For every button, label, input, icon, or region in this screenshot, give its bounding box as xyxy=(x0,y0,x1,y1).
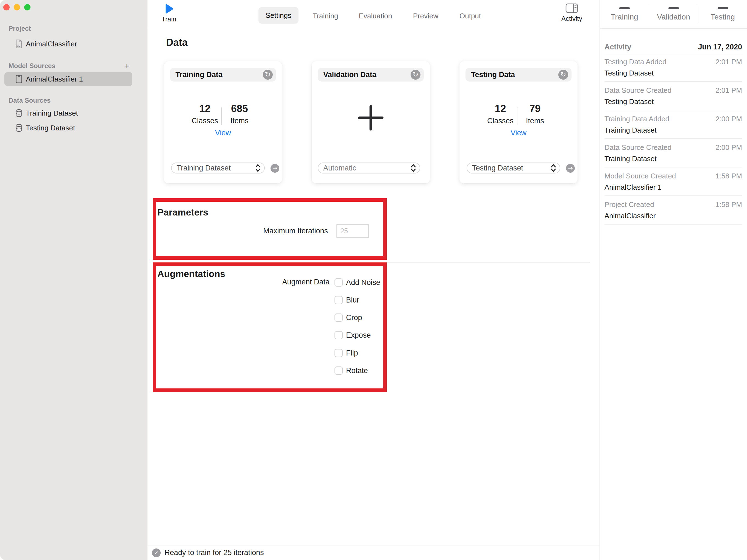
tab-training[interactable]: Training xyxy=(306,8,345,24)
activity-event: Training Data Added xyxy=(604,115,669,123)
main-area: Train Settings Training Evaluation Previ… xyxy=(148,0,599,560)
activity-entry: Testing Data Added 2:01 PM Testing Datas… xyxy=(604,53,742,82)
checkbox-label: Expose xyxy=(346,331,371,340)
validation-data-dropdown[interactable]: Automatic xyxy=(318,162,420,174)
stat-divider xyxy=(517,107,517,125)
activity-subject: AnimalClassifier 1 xyxy=(604,183,742,192)
view-training-data-link[interactable]: View xyxy=(164,129,282,137)
activity-event: Model Source Created xyxy=(604,172,676,180)
database-icon xyxy=(16,109,23,117)
stat-divider xyxy=(221,107,222,125)
view-testing-data-link[interactable]: View xyxy=(460,129,577,137)
sidebar-section-project: Project xyxy=(8,25,31,32)
activity-subject: Testing Dataset xyxy=(604,98,742,106)
checkmark-icon: ✓ xyxy=(152,549,161,557)
tab-output[interactable]: Output xyxy=(452,8,488,24)
metric-training[interactable]: Training xyxy=(600,0,649,28)
augment-data-label: Augment Data xyxy=(257,278,330,286)
max-iterations-input[interactable] xyxy=(336,224,369,238)
metric-testing[interactable]: Testing xyxy=(698,0,747,28)
activity-header: Activity Jun 17, 2020 xyxy=(604,41,742,53)
svg-text:ML: ML xyxy=(17,45,20,47)
activity-time: 2:00 PM xyxy=(715,143,742,152)
status-message: Ready to train for 25 iterations xyxy=(164,549,264,557)
ml-document-icon: ML xyxy=(16,40,23,48)
sidebar-section-model-sources: Model Sources xyxy=(8,62,55,70)
items-count: 685 xyxy=(217,103,261,114)
validation-data-card-header: Validation Data ↻ xyxy=(318,68,424,82)
metric-validation[interactable]: Validation xyxy=(649,0,698,28)
checkbox-label: Flip xyxy=(346,349,358,357)
activity-event: Project Created xyxy=(604,201,654,209)
activity-event: Data Source Created xyxy=(604,86,671,95)
training-dataset-dropdown[interactable]: Training Dataset xyxy=(171,162,265,174)
refresh-icon[interactable]: ↻ xyxy=(558,70,568,80)
activity-subject: Training Dataset xyxy=(604,155,742,163)
stepper-chevrons-icon xyxy=(255,164,261,172)
dropdown-value: Training Dataset xyxy=(177,164,255,172)
add-validation-data-plus-icon[interactable] xyxy=(358,105,384,131)
sidebar-item-animalclassifier-1[interactable]: AnimalClassifier 1 xyxy=(4,72,132,86)
database-icon xyxy=(16,124,23,132)
augmentation-option-add-noise: Add Noise xyxy=(335,278,380,287)
activity-entry: Model Source Created 1:58 PM AnimalClass… xyxy=(604,167,742,196)
sidebar-item-label: Training Dataset xyxy=(26,109,78,117)
activity-event: Testing Data Added xyxy=(604,58,667,66)
card-title: Validation Data xyxy=(323,71,377,79)
activity-list: Testing Data Added 2:01 PM Testing Datas… xyxy=(604,53,742,224)
flip-checkbox[interactable] xyxy=(335,349,343,357)
activity-time: 2:00 PM xyxy=(715,115,742,123)
testing-dataset-dropdown[interactable]: Testing Dataset xyxy=(467,162,560,174)
sidebar-item-testing-dataset[interactable]: Testing Dataset xyxy=(4,121,132,135)
tab-evaluation[interactable]: Evaluation xyxy=(352,8,399,24)
zoom-window-button[interactable] xyxy=(24,4,30,10)
empty-value-dash xyxy=(668,7,679,9)
refresh-icon[interactable]: ↻ xyxy=(263,70,273,80)
crop-checkbox[interactable] xyxy=(335,314,343,322)
train-button-label: Train xyxy=(161,16,176,23)
activity-entry: Data Source Created 2:00 PM Training Dat… xyxy=(604,139,742,167)
tab-preview[interactable]: Preview xyxy=(406,8,445,24)
train-button[interactable]: Train xyxy=(156,4,182,27)
tab-settings[interactable]: Settings xyxy=(258,7,299,24)
augmentation-option-blur: Blur xyxy=(335,295,359,305)
close-window-button[interactable] xyxy=(3,4,9,10)
activity-toggle-button[interactable]: Activity xyxy=(557,3,587,27)
refresh-icon[interactable]: ↻ xyxy=(411,70,420,80)
dropdown-value: Automatic xyxy=(323,164,410,172)
testing-data-card-header: Testing Data ↻ xyxy=(465,68,571,82)
add-noise-checkbox[interactable] xyxy=(335,278,343,287)
augmentation-option-rotate: Rotate xyxy=(335,366,368,375)
activity-time: 1:58 PM xyxy=(715,172,742,180)
activity-time: 2:01 PM xyxy=(715,58,742,66)
activity-entry: Project Created 1:58 PM AnimalClassifier xyxy=(604,196,742,224)
activity-time: 1:58 PM xyxy=(715,201,742,209)
metrics-summary: Training Validation Testing xyxy=(600,0,747,29)
metric-label: Testing xyxy=(711,12,735,21)
minimize-window-button[interactable] xyxy=(14,4,20,10)
toolbar: Train Settings Training Evaluation Previ… xyxy=(148,0,599,28)
activity-event: Data Source Created xyxy=(604,143,671,152)
activity-date: Jun 17, 2020 xyxy=(698,43,742,51)
activity-time: 2:01 PM xyxy=(715,86,742,95)
rotate-checkbox[interactable] xyxy=(335,367,343,375)
checkbox-label: Rotate xyxy=(346,367,368,375)
open-testing-data-arrow-button[interactable]: → xyxy=(566,164,575,173)
sidebar-item-animalclassifier-project[interactable]: ML AnimalClassifier xyxy=(4,37,132,51)
testing-data-card: Testing Data ↻ 12 79 Classes Items View … xyxy=(460,61,577,183)
blur-checkbox[interactable] xyxy=(335,296,343,304)
dropdown-value: Testing Dataset xyxy=(472,164,550,172)
checkbox-label: Blur xyxy=(346,296,359,304)
card-title: Testing Data xyxy=(471,71,515,79)
expose-checkbox[interactable] xyxy=(335,331,343,339)
section-divider xyxy=(153,262,590,263)
activity-subject: AnimalClassifier xyxy=(604,212,742,220)
stepper-chevrons-icon xyxy=(550,164,557,172)
max-iterations-label: Maximum Iterations xyxy=(230,227,328,235)
sidebar-item-training-dataset[interactable]: Training Dataset xyxy=(4,106,132,120)
empty-value-dash xyxy=(619,7,630,9)
parameters-heading: Parameters xyxy=(157,207,208,218)
add-model-source-button[interactable]: + xyxy=(122,61,132,71)
open-training-data-arrow-button[interactable]: → xyxy=(271,164,279,173)
training-data-card: Training Data ↻ 12 685 Classes Items Vie… xyxy=(164,61,282,183)
